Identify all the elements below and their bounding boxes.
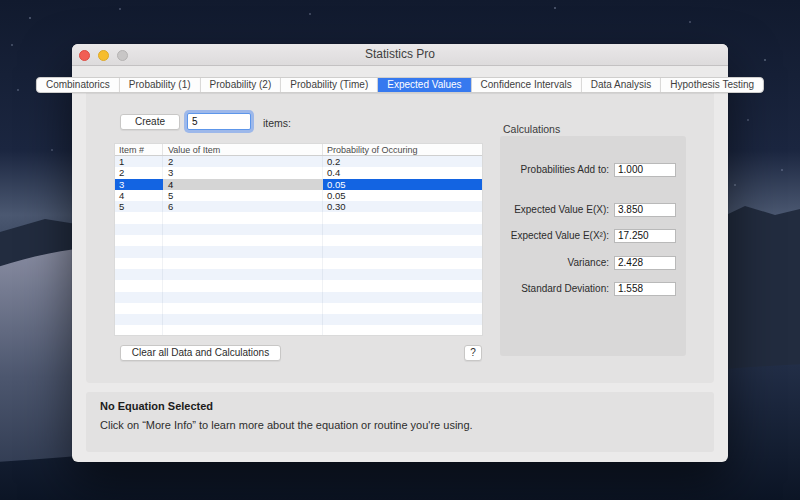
table-cell: 6	[163, 201, 323, 212]
table-cell: 1	[115, 156, 163, 167]
column-header-value[interactable]: Value of Item	[163, 144, 323, 155]
table-row[interactable]	[115, 235, 482, 246]
table-header: Item # Value of Item Probability of Occu…	[115, 144, 482, 156]
table-cell	[323, 303, 482, 314]
items-count-input[interactable]	[187, 113, 251, 130]
create-button[interactable]: Create	[120, 114, 180, 130]
table-cell	[163, 235, 323, 246]
calc-field: Standard Deviation:1.558	[508, 281, 676, 296]
tab-probability-1[interactable]: Probability (1)	[120, 78, 201, 92]
title-bar[interactable]: Statistics Pro	[72, 44, 728, 66]
table-cell	[115, 292, 163, 303]
table-cell: 3	[115, 179, 163, 190]
calc-field: Probabilities Add to:1.000	[508, 162, 676, 177]
calc-field-label: Expected Value E(X²):	[508, 230, 614, 241]
table-cell	[115, 280, 163, 291]
table-cell	[163, 246, 323, 257]
table-cell	[115, 212, 163, 223]
zoom-button-icon[interactable]	[117, 50, 128, 61]
tab-probability-time[interactable]: Probability (Time)	[281, 78, 378, 92]
clear-data-button[interactable]: Clear all Data and Calculations	[120, 345, 281, 361]
tab-content-panel: CombinatoricsProbability (1)Probability …	[86, 85, 714, 383]
table-cell	[323, 235, 482, 246]
table-row[interactable]	[115, 280, 482, 291]
table-cell	[163, 325, 323, 336]
table-cell	[163, 258, 323, 269]
table-cell	[115, 303, 163, 314]
window-title: Statistics Pro	[72, 44, 728, 65]
table-row[interactable]: 230.4	[115, 167, 482, 178]
table-cell	[323, 292, 482, 303]
tab-bar: CombinatoricsProbability (1)Probability …	[36, 77, 764, 93]
table-row[interactable]	[115, 246, 482, 257]
calc-field-label: Expected Value E(X):	[508, 204, 614, 215]
calc-field-label: Standard Deviation:	[508, 283, 614, 294]
table-cell	[163, 314, 323, 325]
calc-field-value[interactable]: 1.558	[614, 282, 676, 296]
window-controls	[79, 50, 128, 61]
table-row[interactable]	[115, 258, 482, 269]
table-row[interactable]	[115, 303, 482, 314]
table-cell	[323, 258, 482, 269]
items-label: items:	[263, 117, 291, 129]
calc-field-label: Probabilities Add to:	[508, 164, 614, 175]
calc-field-label: Variance:	[508, 257, 614, 268]
table-row[interactable]	[115, 269, 482, 280]
tab-probability-2[interactable]: Probability (2)	[201, 78, 282, 92]
tab-hypothesis-testing[interactable]: Hypothesis Testing	[661, 78, 763, 92]
calc-field-value[interactable]: 3.850	[614, 203, 676, 217]
help-button[interactable]: ?	[464, 345, 482, 361]
table-row[interactable]	[115, 314, 482, 325]
table-cell	[323, 325, 482, 336]
table-cell: 0.2	[323, 156, 482, 167]
table-cell	[115, 235, 163, 246]
tab-expected-values[interactable]: Expected Values	[378, 78, 471, 92]
table-cell	[115, 314, 163, 325]
table-row[interactable]	[115, 212, 482, 223]
table-row[interactable]: 340.05	[115, 179, 482, 190]
table-cell	[323, 246, 482, 257]
table-cell: 5	[115, 201, 163, 212]
app-window: Statistics Pro CombinatoricsProbability …	[72, 44, 728, 462]
column-header-item[interactable]: Item #	[115, 144, 163, 155]
table-cell	[163, 303, 323, 314]
table-cell	[323, 269, 482, 280]
calculations-panel: Probabilities Add to:1.000Expected Value…	[500, 136, 686, 356]
tab-combinatorics[interactable]: Combinatorics	[37, 78, 120, 92]
table-cell	[163, 280, 323, 291]
calc-field-value[interactable]: 2.428	[614, 256, 676, 270]
table-cell: 0.4	[323, 167, 482, 178]
table-cell	[323, 280, 482, 291]
table-row[interactable]	[115, 224, 482, 235]
calc-field-value[interactable]: 1.000	[614, 163, 676, 177]
table-row[interactable]: 120.2	[115, 156, 482, 167]
table-cell: 2	[163, 156, 323, 167]
table-cell: 0.30	[323, 201, 482, 212]
table-cell	[115, 325, 163, 336]
table-row[interactable]: 560.30	[115, 201, 482, 212]
calc-field-value[interactable]: 17.250	[614, 229, 676, 243]
calc-field: Expected Value E(X):3.850	[508, 202, 676, 217]
table-cell	[115, 246, 163, 257]
table-cell	[163, 224, 323, 235]
table-row[interactable]	[115, 292, 482, 303]
table-row[interactable]	[115, 325, 482, 336]
minimize-button-icon[interactable]	[98, 50, 109, 61]
table-cell	[115, 224, 163, 235]
table-cell	[323, 212, 482, 223]
tab-confidence-intervals[interactable]: Confidence Intervals	[472, 78, 582, 92]
table-row[interactable]: 450.05	[115, 190, 482, 201]
table-cell: 2	[115, 167, 163, 178]
items-table: Item # Value of Item Probability of Occu…	[114, 143, 483, 336]
table-cell	[163, 292, 323, 303]
close-button-icon[interactable]	[79, 50, 90, 61]
table-cell: 4	[115, 190, 163, 201]
equation-info-body: Click on “More Info” to learn more about…	[100, 419, 473, 431]
calc-field: Variance:2.428	[508, 255, 676, 270]
table-cell: 0.05	[323, 190, 482, 201]
table-cell: 4	[163, 179, 323, 190]
table-cell	[115, 258, 163, 269]
tab-data-analysis[interactable]: Data Analysis	[582, 78, 662, 92]
table-cell: 0.05	[323, 179, 482, 190]
column-header-probability[interactable]: Probability of Occuring	[323, 144, 482, 155]
